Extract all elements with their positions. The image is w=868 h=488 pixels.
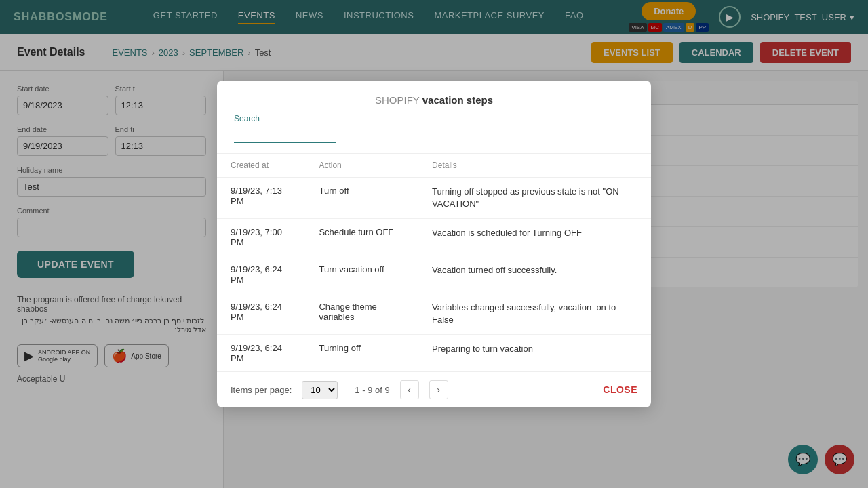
modal-cell-action: Turn vacation off — [305, 256, 418, 293]
items-per-page-select[interactable]: 10 25 50 — [302, 381, 338, 399]
list-item: 9/19/23, 7:13 PM Turn off Turning off st… — [217, 177, 651, 218]
list-item: 9/19/23, 6:24 PM Turn vacation off Vacat… — [217, 256, 651, 293]
modal-footer: Items per page: 10 25 50 1 - 9 of 9 ‹ › … — [217, 371, 651, 407]
modal-search: Search — [234, 114, 634, 143]
close-modal-button[interactable]: CLOSE — [603, 384, 637, 395]
list-item: 9/19/23, 6:24 PM Turning off Preparing t… — [217, 335, 651, 372]
modal-cell-created: 9/19/23, 7:13 PM — [217, 177, 305, 218]
modal-cell-action: Schedule turn OFF — [305, 219, 418, 256]
modal-col-action: Action — [305, 154, 418, 178]
modal-cell-created: 9/19/23, 6:24 PM — [217, 256, 305, 293]
next-page-button[interactable]: › — [429, 380, 448, 399]
modal-title: SHOPIFY vacation steps — [234, 94, 634, 106]
search-input[interactable] — [234, 126, 336, 143]
modal-header: SHOPIFY vacation steps Search — [217, 81, 651, 154]
modal-table: Created at Action Details 9/19/23, 7:13 … — [217, 154, 651, 372]
list-item: 9/19/23, 6:24 PM Change theme variables … — [217, 293, 651, 335]
modal-cell-details: Variables changed successfully, vacation… — [418, 293, 651, 335]
modal-col-created: Created at — [217, 154, 305, 178]
modal-cell-details: Preparing to turn vacation — [418, 335, 651, 372]
pagination-info: 1 - 9 of 9 — [355, 385, 389, 395]
modal-cell-created: 9/19/23, 6:24 PM — [217, 335, 305, 372]
list-item: 9/19/23, 7:00 PM Schedule turn OFF Vacat… — [217, 219, 651, 256]
modal-cell-details: Turning off stopped as previous state is… — [418, 177, 651, 218]
modal-overlay[interactable]: SHOPIFY vacation steps Search Created at… — [0, 0, 868, 488]
modal-cell-details: Vacation turned off successfully. — [418, 256, 651, 293]
prev-page-button[interactable]: ‹ — [400, 380, 419, 399]
modal-cell-action: Turning off — [305, 335, 418, 372]
items-per-page-label: Items per page: — [231, 385, 292, 395]
modal-table-wrapper: Created at Action Details 9/19/23, 7:13 … — [217, 154, 651, 372]
modal-cell-action: Change theme variables — [305, 293, 418, 335]
modal-cell-created: 9/19/23, 7:00 PM — [217, 219, 305, 256]
search-label: Search — [234, 114, 634, 123]
vacation-steps-modal: SHOPIFY vacation steps Search Created at… — [217, 81, 651, 408]
modal-cell-created: 9/19/23, 6:24 PM — [217, 293, 305, 335]
modal-cell-action: Turn off — [305, 177, 418, 218]
modal-cell-details: Vacation is scheduled for Turning OFF — [418, 219, 651, 256]
modal-col-details: Details — [418, 154, 651, 178]
